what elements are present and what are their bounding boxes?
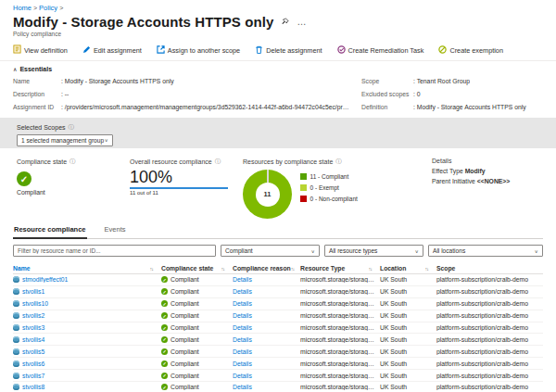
table-row: stmodifyeffect01 Compliant Details micro… bbox=[13, 274, 543, 286]
tab-resource-compliance[interactable]: Resource compliance bbox=[13, 222, 87, 239]
scope-cell: platform-subscription/cralb-demo bbox=[436, 312, 543, 319]
column-header-compliance-reason[interactable]: Compliance reason bbox=[233, 265, 300, 272]
more-options-icon[interactable]: … bbox=[297, 17, 307, 27]
sort-icon bbox=[221, 265, 225, 272]
sort-icon bbox=[425, 265, 429, 272]
essentials-field: Excluded scopes 0 bbox=[361, 88, 543, 101]
legend-swatch bbox=[300, 184, 307, 191]
details-link[interactable]: Details bbox=[233, 324, 252, 331]
resource-filter-input[interactable] bbox=[13, 245, 216, 257]
resources-chart-card: Resources by compliance state 11 11 - Co… bbox=[243, 158, 428, 215]
breadcrumb-separator-icon: > bbox=[59, 5, 63, 11]
essentials-section: ∧ Essentials Name Modify - Storage Accou… bbox=[0, 61, 556, 118]
table-row: stvollis2 Compliant Details microsoft.st… bbox=[13, 310, 543, 322]
filter-bar: Compliant ∨ All resource types ∨ All loc… bbox=[0, 239, 556, 260]
chevron-down-icon: ∨ bbox=[415, 248, 419, 254]
table-header: Name Compliance state Compliance reason … bbox=[13, 262, 543, 274]
details-link[interactable]: Details bbox=[233, 384, 252, 390]
compliant-check-icon bbox=[161, 324, 168, 331]
essentials-field: Description -- bbox=[13, 88, 350, 101]
storage-account-icon bbox=[13, 276, 19, 283]
resource-name-link[interactable]: stmodifyeffect01 bbox=[22, 276, 68, 283]
chart-legend: 11 - Compliant 0 - Exempt 0 - Non-compli… bbox=[300, 173, 358, 219]
column-header-resource-type[interactable]: Resource Type bbox=[300, 265, 380, 272]
tab-events[interactable]: Events bbox=[104, 222, 127, 238]
info-icon[interactable] bbox=[69, 123, 75, 132]
resource-name-link[interactable]: stvollis10 bbox=[22, 300, 48, 307]
details-link[interactable]: Details bbox=[233, 276, 252, 283]
breadcrumb-link-home[interactable]: Home bbox=[13, 4, 32, 12]
storage-account-icon bbox=[13, 373, 19, 379]
resource-name-link[interactable]: stvollis3 bbox=[22, 324, 44, 331]
compliance-state-cell: Compliant bbox=[161, 312, 233, 319]
storage-account-icon bbox=[13, 312, 19, 319]
resource-name-link[interactable]: stvollis7 bbox=[22, 373, 44, 379]
location-filter-dropdown[interactable]: All locations ∨ bbox=[428, 245, 543, 257]
delete-assignment-button[interactable]: Delete assignment bbox=[255, 45, 322, 56]
column-header-name[interactable]: Name bbox=[13, 265, 161, 272]
create-exemption-button[interactable]: Create exemption bbox=[438, 45, 503, 56]
table-row: stvollis10 Compliant Details microsoft.s… bbox=[13, 298, 543, 310]
edit-assignment-button[interactable]: Edit assignment bbox=[82, 45, 142, 56]
details-link[interactable]: Details bbox=[233, 336, 252, 343]
breadcrumb-separator-icon: > bbox=[33, 5, 37, 11]
resource-name-link[interactable]: stvollis1 bbox=[22, 288, 44, 295]
compliance-filter-dropdown[interactable]: Compliant ∨ bbox=[221, 245, 320, 257]
storage-account-icon bbox=[13, 324, 19, 331]
overall-compliance-card: Overall resource compliance 100% 11 out … bbox=[130, 158, 243, 215]
details-link[interactable]: Details bbox=[233, 300, 252, 307]
info-icon[interactable] bbox=[70, 158, 76, 166]
storage-account-icon bbox=[13, 384, 19, 390]
remediation-icon bbox=[337, 45, 346, 56]
resource-type-cell: microsoft.storage/storagea... bbox=[300, 324, 380, 331]
legend-swatch bbox=[300, 196, 307, 202]
resource-name-link[interactable]: stvollis4 bbox=[22, 336, 44, 343]
resource-name-link[interactable]: stvollis2 bbox=[22, 312, 44, 319]
compliant-check-icon bbox=[161, 276, 168, 283]
resource-name-link[interactable]: stvollis6 bbox=[22, 360, 44, 367]
donut-chart: 11 bbox=[243, 170, 292, 219]
details-link[interactable]: Details bbox=[233, 373, 252, 379]
column-header-location[interactable]: Location bbox=[380, 265, 436, 272]
details-link[interactable]: Details bbox=[233, 312, 252, 319]
details-link[interactable]: Details bbox=[233, 360, 252, 367]
compliant-check-icon bbox=[161, 312, 168, 319]
breadcrumb-link-policy[interactable]: Policy bbox=[39, 4, 57, 12]
details-link[interactable]: Details bbox=[233, 288, 252, 295]
essentials-collapse-header[interactable]: ∧ Essentials bbox=[13, 64, 543, 75]
storage-account-icon bbox=[13, 348, 19, 355]
table-row: stvollis3 Compliant Details microsoft.st… bbox=[13, 322, 543, 335]
resource-name-link[interactable]: stvollis5 bbox=[22, 348, 44, 355]
resource-type-cell: microsoft.storage/storagea... bbox=[300, 384, 380, 390]
sort-icon bbox=[291, 265, 295, 272]
view-definition-button[interactable]: View definition bbox=[13, 44, 68, 56]
compliant-check-icon bbox=[161, 373, 168, 379]
scope-cell: platform-subscription/cralb-demo bbox=[436, 288, 543, 295]
details-link[interactable]: Details bbox=[233, 348, 252, 355]
scope-cell: platform-subscription/cralb-demo bbox=[436, 300, 543, 307]
pin-icon[interactable] bbox=[281, 18, 289, 26]
location-cell: UK South bbox=[380, 276, 436, 283]
table-row: stvollis4 Compliant Details microsoft.st… bbox=[13, 334, 543, 346]
info-icon[interactable] bbox=[335, 158, 342, 166]
chevron-down-icon: ∨ bbox=[535, 248, 538, 254]
resource-type-filter-dropdown[interactable]: All resource types ∨ bbox=[324, 245, 423, 257]
compliance-state-cell: Compliant bbox=[161, 384, 233, 390]
essentials-field: Assignment ID /providers/microsoft.manag… bbox=[13, 101, 350, 114]
create-remediation-task-button[interactable]: Create Remediation Task bbox=[337, 45, 424, 56]
compliance-state-cell: Compliant bbox=[161, 276, 233, 283]
compliant-check-icon bbox=[161, 336, 168, 343]
compliance-state-cell: Compliant bbox=[161, 288, 233, 295]
essentials-left-column: Name Modify - Storage Accounts HTTPS onl… bbox=[13, 75, 361, 114]
pencil-icon bbox=[82, 45, 91, 56]
selected-scopes-dropdown[interactable]: 1 selected management group ∨ bbox=[17, 134, 113, 146]
assign-to-scope-button[interactable]: Assign to another scope bbox=[157, 45, 240, 56]
column-header-scope[interactable]: Scope bbox=[436, 265, 543, 272]
essentials-field: Name Modify - Storage Accounts HTTPS onl… bbox=[13, 75, 350, 88]
info-icon[interactable] bbox=[215, 158, 221, 166]
resource-name-link[interactable]: stvollis8 bbox=[22, 384, 44, 390]
compliance-count: 11 out of 11 bbox=[130, 190, 243, 196]
column-header-compliance-state[interactable]: Compliance state bbox=[161, 265, 233, 272]
location-cell: UK South bbox=[380, 312, 436, 319]
compliance-state-card: Compliance state ✓ Compliant bbox=[17, 158, 130, 215]
